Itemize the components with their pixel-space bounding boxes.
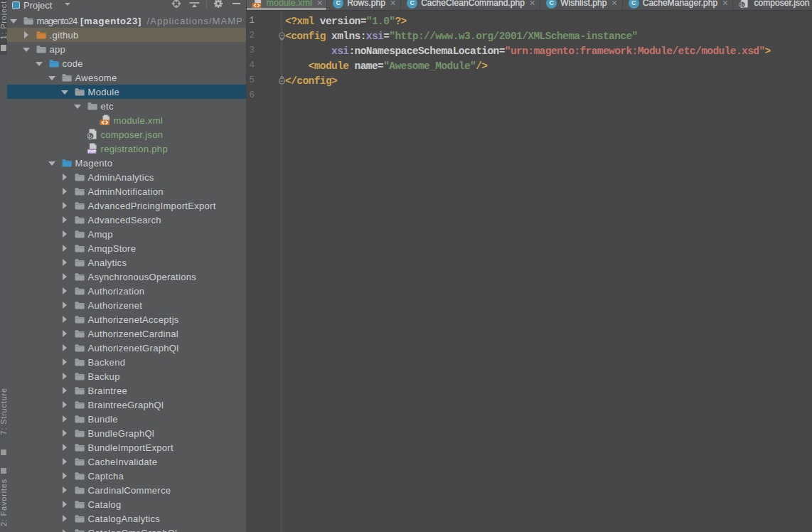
svg-text:{♪: {♪ (741, 2, 744, 8)
svg-text:{♪: {♪ (88, 134, 92, 139)
svg-text:PHP: PHP (88, 149, 96, 154)
